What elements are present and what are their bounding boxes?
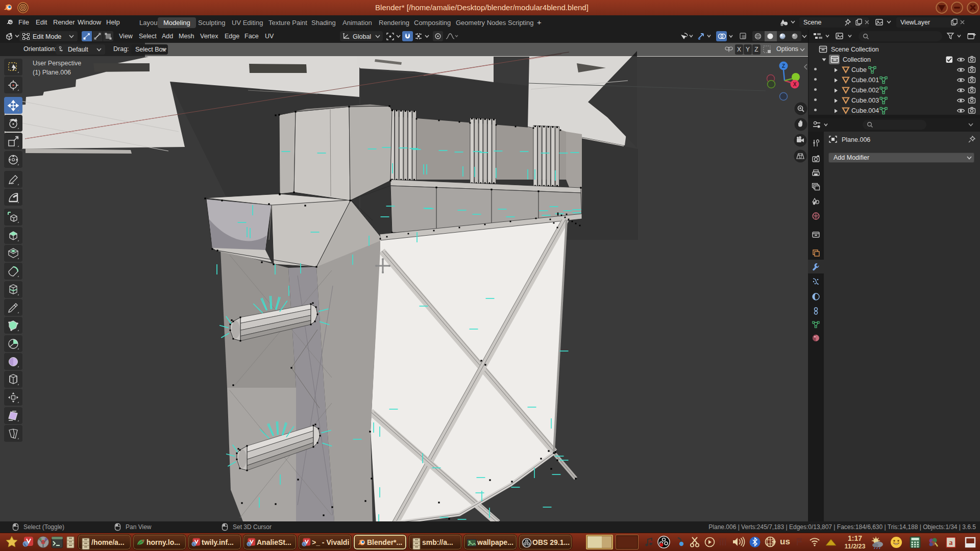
svg-text:Z: Z — [782, 63, 785, 69]
svg-text:a: a — [949, 539, 953, 546]
svg-text:X: X — [793, 82, 797, 87]
